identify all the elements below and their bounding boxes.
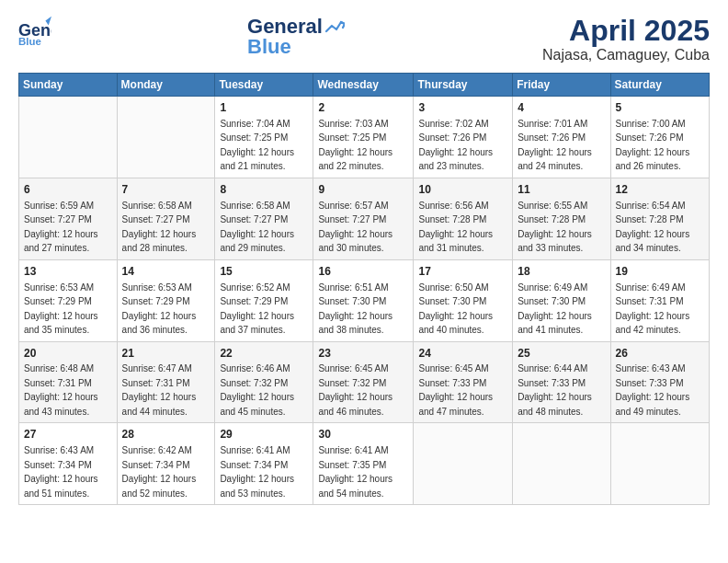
table-cell: 24Sunrise: 6:45 AMSunset: 7:33 PMDayligh… (414, 341, 513, 423)
calendar-table: Sunday Monday Tuesday Wednesday Thursday… (18, 73, 710, 505)
table-row: 6Sunrise: 6:59 AMSunset: 7:27 PMDaylight… (19, 178, 710, 259)
table-cell: 5Sunrise: 7:00 AMSunset: 7:26 PMDaylight… (610, 97, 709, 178)
day-number: 10 (418, 182, 507, 198)
cell-info: Sunrise: 6:47 AMSunset: 7:31 PMDaylight:… (122, 363, 197, 417)
table-row: 1Sunrise: 7:04 AMSunset: 7:25 PMDaylight… (19, 97, 710, 178)
table-cell: 12Sunrise: 6:54 AMSunset: 7:28 PMDayligh… (610, 178, 709, 259)
table-row: 20Sunrise: 6:48 AMSunset: 7:31 PMDayligh… (19, 341, 710, 423)
cell-info: Sunrise: 7:04 AMSunset: 7:25 PMDaylight:… (220, 119, 294, 172)
day-number: 20 (24, 346, 112, 362)
table-cell (117, 97, 215, 178)
svg-text:Blue: Blue (18, 36, 41, 47)
day-number: 16 (318, 264, 408, 280)
cell-info: Sunrise: 6:57 AMSunset: 7:27 PMDaylight:… (318, 201, 392, 254)
day-number: 4 (518, 100, 605, 116)
cell-info: Sunrise: 6:56 AMSunset: 7:28 PMDaylight:… (418, 201, 493, 254)
day-number: 14 (122, 264, 210, 280)
day-number: 25 (518, 346, 605, 362)
table-cell (513, 423, 610, 505)
calendar-page: General Blue General Blue April 2025 Naj… (0, 0, 728, 563)
table-cell: 23Sunrise: 6:45 AMSunset: 7:32 PMDayligh… (313, 341, 414, 423)
day-number: 2 (318, 100, 408, 116)
cell-info: Sunrise: 6:53 AMSunset: 7:29 PMDaylight:… (24, 282, 98, 336)
day-number: 18 (518, 264, 605, 280)
cell-info: Sunrise: 6:58 AMSunset: 7:27 PMDaylight:… (220, 201, 294, 254)
col-monday: Monday (117, 74, 215, 97)
header: General Blue General Blue April 2025 Naj… (18, 15, 710, 63)
day-number: 13 (24, 264, 112, 280)
table-cell: 10Sunrise: 6:56 AMSunset: 7:28 PMDayligh… (414, 178, 513, 259)
cell-info: Sunrise: 7:03 AMSunset: 7:25 PMDaylight:… (318, 119, 392, 172)
cell-info: Sunrise: 6:52 AMSunset: 7:29 PMDaylight:… (220, 282, 294, 336)
table-cell: 7Sunrise: 6:58 AMSunset: 7:27 PMDaylight… (117, 178, 215, 259)
table-cell (414, 423, 513, 505)
table-cell: 25Sunrise: 6:44 AMSunset: 7:33 PMDayligh… (513, 341, 610, 423)
table-cell (610, 423, 709, 505)
day-number: 6 (24, 182, 112, 198)
col-wednesday: Wednesday (313, 74, 414, 97)
day-number: 7 (122, 182, 210, 198)
table-cell: 16Sunrise: 6:51 AMSunset: 7:30 PMDayligh… (313, 259, 414, 341)
table-cell: 14Sunrise: 6:53 AMSunset: 7:29 PMDayligh… (117, 259, 215, 341)
table-cell: 19Sunrise: 6:49 AMSunset: 7:31 PMDayligh… (610, 259, 709, 341)
table-cell: 18Sunrise: 6:49 AMSunset: 7:30 PMDayligh… (513, 259, 610, 341)
col-sunday: Sunday (19, 74, 118, 97)
table-row: 27Sunrise: 6:43 AMSunset: 7:34 PMDayligh… (19, 423, 710, 505)
cell-info: Sunrise: 6:48 AMSunset: 7:31 PMDaylight:… (24, 363, 98, 417)
table-cell: 2Sunrise: 7:03 AMSunset: 7:25 PMDaylight… (313, 97, 414, 178)
cell-info: Sunrise: 6:58 AMSunset: 7:27 PMDaylight:… (122, 201, 197, 254)
table-cell: 6Sunrise: 6:59 AMSunset: 7:27 PMDaylight… (19, 178, 118, 259)
table-row: 13Sunrise: 6:53 AMSunset: 7:29 PMDayligh… (19, 259, 710, 341)
col-saturday: Saturday (610, 74, 709, 97)
table-cell: 15Sunrise: 6:52 AMSunset: 7:29 PMDayligh… (215, 259, 313, 341)
cell-info: Sunrise: 6:55 AMSunset: 7:28 PMDaylight:… (518, 201, 592, 254)
table-cell: 27Sunrise: 6:43 AMSunset: 7:34 PMDayligh… (19, 423, 118, 505)
table-cell: 29Sunrise: 6:41 AMSunset: 7:34 PMDayligh… (215, 423, 313, 505)
table-cell: 22Sunrise: 6:46 AMSunset: 7:32 PMDayligh… (215, 341, 313, 423)
table-cell: 28Sunrise: 6:42 AMSunset: 7:34 PMDayligh… (117, 423, 215, 505)
table-cell: 20Sunrise: 6:48 AMSunset: 7:31 PMDayligh… (19, 341, 118, 423)
day-number: 24 (418, 346, 507, 362)
cell-info: Sunrise: 7:00 AMSunset: 7:26 PMDaylight:… (616, 119, 690, 172)
table-cell: 8Sunrise: 6:58 AMSunset: 7:27 PMDaylight… (215, 178, 313, 259)
cell-info: Sunrise: 6:51 AMSunset: 7:30 PMDaylight:… (318, 282, 392, 336)
logo: General Blue (18, 15, 55, 48)
cell-info: Sunrise: 6:46 AMSunset: 7:32 PMDaylight:… (220, 363, 294, 417)
day-number: 19 (616, 264, 704, 280)
day-number: 27 (24, 427, 112, 442)
cell-info: Sunrise: 6:50 AMSunset: 7:30 PMDaylight:… (418, 282, 493, 336)
logo-text-block: General Blue (247, 15, 350, 59)
table-cell: 4Sunrise: 7:01 AMSunset: 7:26 PMDaylight… (513, 97, 610, 178)
title-block: April 2025 Najasa, Camaguey, Cuba (542, 15, 710, 63)
table-cell: 1Sunrise: 7:04 AMSunset: 7:25 PMDaylight… (215, 97, 313, 178)
day-number: 28 (122, 427, 210, 442)
cell-info: Sunrise: 7:02 AMSunset: 7:26 PMDaylight:… (418, 119, 493, 172)
day-number: 23 (318, 346, 408, 362)
header-row: Sunday Monday Tuesday Wednesday Thursday… (19, 74, 710, 97)
cell-info: Sunrise: 6:41 AMSunset: 7:35 PMDaylight:… (318, 445, 392, 499)
table-cell (19, 97, 118, 178)
table-cell: 3Sunrise: 7:02 AMSunset: 7:26 PMDaylight… (414, 97, 513, 178)
table-cell: 26Sunrise: 6:43 AMSunset: 7:33 PMDayligh… (610, 341, 709, 423)
day-number: 11 (518, 182, 605, 198)
cell-info: Sunrise: 7:01 AMSunset: 7:26 PMDaylight:… (518, 119, 592, 172)
day-number: 29 (220, 427, 308, 442)
table-cell: 11Sunrise: 6:55 AMSunset: 7:28 PMDayligh… (513, 178, 610, 259)
table-cell: 21Sunrise: 6:47 AMSunset: 7:31 PMDayligh… (117, 341, 215, 423)
day-number: 9 (318, 182, 408, 198)
logo-bird-icon (324, 18, 345, 37)
cell-info: Sunrise: 6:45 AMSunset: 7:32 PMDaylight:… (318, 363, 392, 417)
cell-info: Sunrise: 6:41 AMSunset: 7:34 PMDaylight:… (220, 445, 294, 499)
logo-icon: General Blue (18, 15, 51, 48)
table-cell: 17Sunrise: 6:50 AMSunset: 7:30 PMDayligh… (414, 259, 513, 341)
day-number: 21 (122, 346, 210, 362)
col-tuesday: Tuesday (215, 74, 313, 97)
day-number: 8 (220, 182, 308, 198)
cell-info: Sunrise: 6:54 AMSunset: 7:28 PMDaylight:… (616, 201, 690, 254)
cell-info: Sunrise: 6:49 AMSunset: 7:30 PMDaylight:… (518, 282, 592, 336)
cell-info: Sunrise: 6:43 AMSunset: 7:34 PMDaylight:… (24, 445, 98, 499)
cell-info: Sunrise: 6:53 AMSunset: 7:29 PMDaylight:… (122, 282, 197, 336)
table-cell: 30Sunrise: 6:41 AMSunset: 7:35 PMDayligh… (313, 423, 414, 505)
day-number: 15 (220, 264, 308, 280)
day-number: 22 (220, 346, 308, 362)
